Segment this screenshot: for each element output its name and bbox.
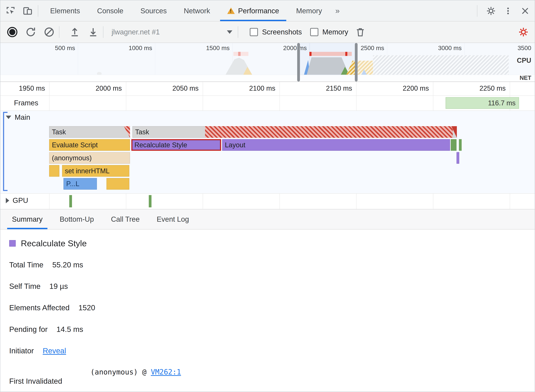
load-profile-icon[interactable] — [68, 26, 81, 38]
capture-settings-gear-icon[interactable] — [517, 26, 530, 38]
anonymous-call-bar[interactable]: (anonymous) — [49, 152, 130, 164]
initiator-reveal-link[interactable]: Reveal — [43, 346, 66, 355]
track-divider — [0, 193, 535, 194]
tab-network[interactable]: Network — [175, 0, 219, 21]
close-icon[interactable] — [518, 4, 532, 18]
devtools-window: Elements Console Sources Network Perform… — [0, 0, 535, 392]
chevron-down-icon — [227, 30, 232, 34]
layout-bar[interactable]: Layout — [222, 139, 450, 151]
summary-value: 14.5 ms — [56, 325, 83, 333]
memory-checkbox[interactable]: Memory — [310, 28, 348, 36]
set-innerhtml-bar[interactable]: set innerHTML — [62, 165, 129, 177]
recalculate-style-bar-selected[interactable]: Recalculate Style — [131, 139, 221, 151]
summary-label: Elements Affected — [9, 303, 70, 312]
main-track-header[interactable]: Main — [6, 113, 30, 121]
divider — [59, 26, 59, 38]
divider — [103, 26, 103, 38]
divider — [238, 26, 238, 38]
summary-value: 19 µs — [49, 282, 68, 290]
overview-tick: 2500 ms — [361, 45, 384, 52]
overview-tick: 3000 ms — [438, 45, 462, 52]
checkbox-label: Memory — [322, 28, 348, 36]
warning-icon — [227, 8, 235, 14]
event-label: P...L — [66, 180, 80, 187]
device-toolbar-icon[interactable] — [21, 4, 34, 18]
ruler-tick: 2050 ms — [172, 84, 199, 92]
tab-bottom-up[interactable]: Bottom-Up — [52, 210, 102, 229]
reload-and-record-button[interactable] — [24, 26, 37, 38]
inspect-icon[interactable] — [4, 4, 17, 18]
tab-memory[interactable]: Memory — [287, 0, 330, 21]
screenshots-checkbox[interactable]: Screenshots — [250, 28, 302, 36]
record-button[interactable] — [6, 26, 19, 38]
longtask-marker-red — [310, 52, 311, 56]
cpu-track-label: CPU — [517, 57, 531, 65]
divider — [38, 5, 38, 17]
expand-triangle-icon[interactable] — [6, 198, 9, 203]
event-label: Task — [52, 128, 66, 136]
tab-label: Memory — [296, 7, 322, 15]
tab-elements[interactable]: Elements — [42, 0, 89, 21]
parse-html-bar[interactable]: P...L — [63, 178, 97, 190]
kebab-menu-icon[interactable] — [501, 4, 515, 18]
tab-label: Summary — [12, 215, 42, 223]
profile-select[interactable]: jlwagner.net #1 — [112, 28, 234, 36]
checkbox-box[interactable] — [250, 28, 258, 36]
tab-label: Performance — [238, 7, 279, 15]
tab-performance[interactable]: Performance — [219, 0, 288, 21]
tab-event-log[interactable]: Event Log — [149, 210, 197, 229]
script-bar[interactable] — [107, 178, 129, 190]
task-bar-long[interactable]: Task — [132, 126, 457, 138]
flame-chart[interactable]: 1950 ms 2000 ms 2050 ms 2100 ms 2150 ms … — [0, 82, 535, 210]
longtask-marker-red — [345, 52, 347, 56]
tab-sources[interactable]: Sources — [132, 0, 175, 21]
gpu-activity-sliver[interactable] — [149, 195, 151, 207]
frame-block[interactable]: 116.7 ms — [446, 97, 519, 109]
tab-label: Elements — [50, 7, 80, 15]
summary-panel: Recalculate Style Total Time55.20 ms Sel… — [0, 229, 535, 392]
tab-console[interactable]: Console — [89, 0, 132, 21]
summary-row-initiator: InitiatorReveal — [9, 346, 535, 355]
task-bar[interactable]: Task — [49, 126, 130, 138]
selection-handle-left[interactable] — [297, 43, 300, 81]
paint-bar[interactable] — [451, 139, 456, 151]
ruler-tick: 2100 ms — [249, 84, 275, 92]
tab-summary[interactable]: Summary — [4, 210, 50, 229]
event-legend: Recalculate Style — [9, 238, 535, 248]
evaluate-script-bar[interactable]: Evaluate Script — [49, 139, 130, 151]
summary-value: 55.20 ms — [52, 261, 83, 269]
tab-call-tree[interactable]: Call Tree — [103, 210, 147, 229]
summary-row: Self Time19 µs — [9, 282, 535, 291]
selection-handle-right[interactable] — [355, 43, 357, 81]
event-label: (anonymous) — [52, 154, 92, 162]
divider — [477, 5, 477, 17]
tab-label: Console — [97, 7, 123, 15]
more-tabs-icon[interactable]: » — [330, 6, 344, 15]
summary-row: Pending for14.5 ms — [9, 325, 535, 334]
overview-tick: 1500 ms — [206, 45, 230, 52]
event-label: Recalculate Style — [134, 141, 187, 149]
event-title: Recalculate Style — [21, 238, 87, 248]
summary-label: First Invalidated — [9, 377, 62, 386]
source-location-link[interactable]: VM262:1 — [151, 368, 181, 376]
save-profile-icon[interactable] — [87, 26, 100, 38]
clear-icon[interactable] — [42, 26, 56, 38]
tab-label: Bottom-Up — [60, 215, 94, 223]
style-sliver[interactable] — [456, 152, 459, 164]
script-sliver[interactable] — [49, 165, 59, 177]
event-label: Task — [135, 128, 149, 136]
ruler-tick: 1950 ms — [19, 84, 45, 92]
paint-sliver[interactable] — [459, 139, 462, 151]
timeline-overview[interactable]: 500 ms 1000 ms 1500 ms 2000 ms 2500 ms 3… — [0, 43, 535, 81]
frames-track-label: Frames — [14, 99, 38, 107]
checkbox-box[interactable] — [310, 28, 318, 36]
gpu-track-header[interactable]: GPU — [6, 196, 28, 205]
summary-row: Elements Affected1520 — [9, 303, 535, 313]
summary-label: Initiator — [9, 346, 34, 355]
selected-track-bracket — [3, 112, 8, 191]
event-label: Evaluate Script — [52, 141, 98, 149]
settings-gear-icon[interactable] — [484, 4, 498, 18]
gpu-activity-sliver[interactable] — [69, 195, 72, 207]
profile-select-value: jlwagner.net #1 — [112, 28, 160, 36]
trash-icon[interactable] — [354, 26, 367, 38]
